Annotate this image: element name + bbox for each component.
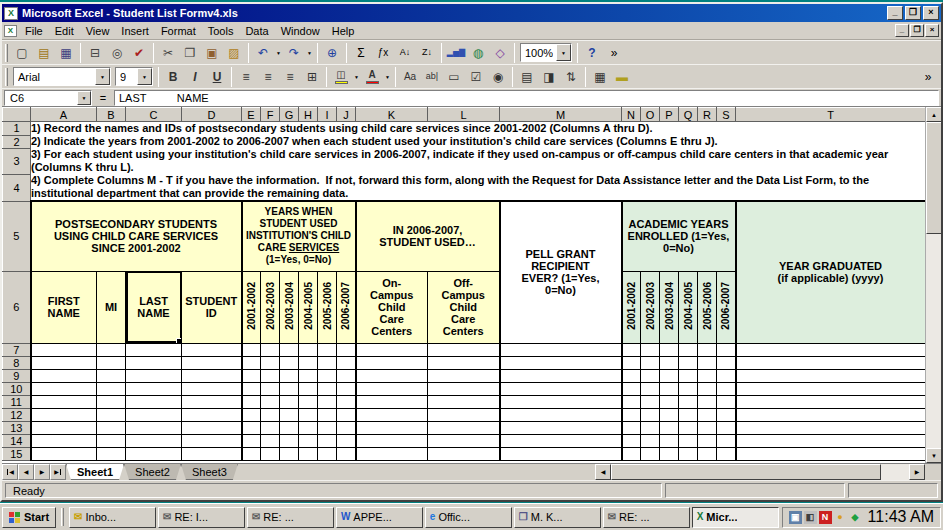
tray-antivirus-icon[interactable]: N xyxy=(819,511,832,524)
menu-insert[interactable]: Insert xyxy=(115,23,155,39)
selected-cell-c6-last-name[interactable]: LAST NAME xyxy=(126,271,182,343)
cell-J9[interactable] xyxy=(337,369,356,382)
row-header-11[interactable]: 11 xyxy=(3,395,31,408)
cell-N15[interactable] xyxy=(622,447,641,460)
cell-L14[interactable] xyxy=(428,434,500,447)
label-control-button[interactable]: Aa xyxy=(399,67,421,87)
cell-H11[interactable] xyxy=(299,395,318,408)
column-header-L[interactable]: L xyxy=(428,108,500,122)
cell-I14[interactable] xyxy=(318,434,337,447)
sheet-tab-sheet3[interactable]: Sheet3 xyxy=(181,464,238,480)
workbook-minimize-button[interactable]: _ xyxy=(895,24,909,37)
scroll-right-button[interactable]: ▶ xyxy=(909,464,925,480)
cell-C14[interactable] xyxy=(126,434,182,447)
year-header-cell[interactable]: 2006-2007 xyxy=(337,271,356,343)
cell-H8[interactable] xyxy=(299,356,318,369)
groupbox-control-button[interactable]: ▭ xyxy=(443,67,465,87)
cell-D8[interactable] xyxy=(182,356,242,369)
option-button-control-button[interactable]: ◉ xyxy=(487,67,509,87)
cell-M8[interactable] xyxy=(500,356,622,369)
print-button[interactable]: ⊟ xyxy=(84,43,106,63)
align-center-button[interactable]: ≡ xyxy=(257,67,279,87)
paste-function-button[interactable]: ƒx xyxy=(372,43,394,63)
formula-input[interactable]: LAST NAME xyxy=(114,90,939,106)
cell-R15[interactable] xyxy=(698,447,717,460)
column-header-I[interactable]: I xyxy=(318,108,337,122)
align-left-button[interactable]: ≡ xyxy=(235,67,257,87)
header-cell-off-campus[interactable]: Off-Campus Child Care Centers xyxy=(428,271,500,343)
column-header-C[interactable]: C xyxy=(126,108,182,122)
cell-A8[interactable] xyxy=(31,356,97,369)
cell-N9[interactable] xyxy=(622,369,641,382)
toolbar-grip[interactable] xyxy=(5,44,8,62)
cell-A14[interactable] xyxy=(31,434,97,447)
cell-I7[interactable] xyxy=(318,343,337,356)
year-header-cell[interactable]: 2006-2007 xyxy=(717,271,736,343)
spelling-button[interactable]: ✔ xyxy=(128,43,150,63)
header-cell-student-id[interactable]: STUDENT ID xyxy=(182,271,242,343)
cell-M13[interactable] xyxy=(500,421,622,434)
cell-F15[interactable] xyxy=(261,447,280,460)
row-header-10[interactable]: 10 xyxy=(3,382,31,395)
menu-file[interactable]: File xyxy=(19,23,49,39)
band-header-in-2006-2007[interactable]: IN 2006-2007, STUDENT USED… xyxy=(356,201,500,271)
cell-C13[interactable] xyxy=(126,421,182,434)
cell-J11[interactable] xyxy=(337,395,356,408)
workbook-restore-button[interactable]: ❐ xyxy=(910,24,924,37)
cell-L9[interactable] xyxy=(428,369,500,382)
cell-F8[interactable] xyxy=(261,356,280,369)
cell-B10[interactable] xyxy=(97,382,126,395)
menu-tools[interactable]: Tools xyxy=(202,23,240,39)
cell-K8[interactable] xyxy=(356,356,428,369)
cell-O12[interactable] xyxy=(641,408,660,421)
cell-O15[interactable] xyxy=(641,447,660,460)
cell-A15[interactable] xyxy=(31,447,97,460)
cell-E9[interactable] xyxy=(242,369,261,382)
cell-C9[interactable] xyxy=(126,369,182,382)
cell-G8[interactable] xyxy=(280,356,299,369)
band-header-pell[interactable]: PELL GRANT RECIPIENT EVER? (1=Yes, 0=No) xyxy=(500,201,622,343)
cell-T10[interactable] xyxy=(736,382,926,395)
column-header-G[interactable]: G xyxy=(280,108,299,122)
cell-O10[interactable] xyxy=(641,382,660,395)
cell-O7[interactable] xyxy=(641,343,660,356)
cell-N7[interactable] xyxy=(622,343,641,356)
cell-J14[interactable] xyxy=(337,434,356,447)
cell-N13[interactable] xyxy=(622,421,641,434)
cell-T7[interactable] xyxy=(736,343,926,356)
spinner-control-button[interactable]: ⇅ xyxy=(560,67,582,87)
cell-F9[interactable] xyxy=(261,369,280,382)
cell-Q12[interactable] xyxy=(679,408,698,421)
year-header-cell[interactable]: 2002-2003 xyxy=(261,271,280,343)
cell-G12[interactable] xyxy=(280,408,299,421)
column-header-J[interactable]: J xyxy=(337,108,356,122)
name-box-dropdown[interactable]: ▼ xyxy=(77,91,91,105)
cell-E10[interactable] xyxy=(242,382,261,395)
insert-hyperlink-button[interactable]: ⊕ xyxy=(321,43,343,63)
scroll-up-button[interactable]: ▲ xyxy=(926,107,941,122)
save-button[interactable]: ▦ xyxy=(55,43,77,63)
column-header-E[interactable]: E xyxy=(242,108,261,122)
more-buttons-formatting-button[interactable]: » xyxy=(917,67,939,87)
cell-Q7[interactable] xyxy=(679,343,698,356)
bold-button[interactable]: B xyxy=(162,67,184,87)
cell-J7[interactable] xyxy=(337,343,356,356)
restore-button[interactable]: ❐ xyxy=(905,6,921,20)
task-button-window[interactable]: ❐M. K... xyxy=(514,507,601,528)
comment-button[interactable]: ▬ xyxy=(611,67,633,87)
cell-P14[interactable] xyxy=(660,434,679,447)
cell-I9[interactable] xyxy=(318,369,337,382)
cell-D13[interactable] xyxy=(182,421,242,434)
row-header-12[interactable]: 12 xyxy=(3,408,31,421)
dropdown-arrow-icon[interactable]: ▼ xyxy=(556,44,571,61)
instruction-cell-2[interactable]: 2) Indicate the years from 2001-2002 to … xyxy=(31,135,926,148)
instruction-cell-4[interactable]: 4) Complete Columns M - T if you have th… xyxy=(31,174,926,201)
header-cell-mi[interactable]: MI xyxy=(97,271,126,343)
tray-volume-icon[interactable]: ◧ xyxy=(804,511,817,524)
cell-S8[interactable] xyxy=(717,356,736,369)
cell-M9[interactable] xyxy=(500,369,622,382)
row-header-8[interactable]: 8 xyxy=(3,356,31,369)
cell-E7[interactable] xyxy=(242,343,261,356)
drawing-button[interactable]: ◇ xyxy=(489,43,511,63)
cell-D11[interactable] xyxy=(182,395,242,408)
